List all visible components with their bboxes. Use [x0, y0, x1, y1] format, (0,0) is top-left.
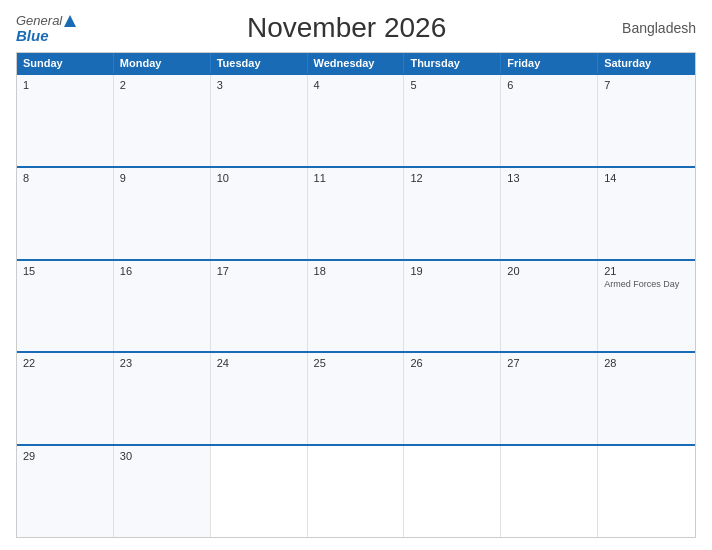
day-cell-2-3: 18 [308, 261, 405, 352]
day-cell-1-2: 10 [211, 168, 308, 259]
day-cell-3-0: 22 [17, 353, 114, 444]
day-cell-2-2: 17 [211, 261, 308, 352]
day-number: 4 [314, 79, 398, 91]
day-number: 24 [217, 357, 301, 369]
week-row-2: 891011121314 [17, 166, 695, 259]
day-number: 28 [604, 357, 689, 369]
day-number: 21 [604, 265, 689, 277]
logo-general-text: General [16, 14, 62, 27]
day-number: 11 [314, 172, 398, 184]
logo-triangle-icon [63, 14, 77, 28]
day-cell-3-6: 28 [598, 353, 695, 444]
day-number: 27 [507, 357, 591, 369]
day-header-wednesday: Wednesday [308, 53, 405, 73]
day-cell-2-1: 16 [114, 261, 211, 352]
day-number: 23 [120, 357, 204, 369]
day-cell-1-1: 9 [114, 168, 211, 259]
holiday-label: Armed Forces Day [604, 279, 689, 290]
logo: General Blue [16, 14, 77, 43]
day-cell-0-2: 3 [211, 75, 308, 166]
day-number: 6 [507, 79, 591, 91]
day-cell-1-0: 8 [17, 168, 114, 259]
day-number: 20 [507, 265, 591, 277]
week-row-4: 22232425262728 [17, 351, 695, 444]
day-number: 8 [23, 172, 107, 184]
day-number: 9 [120, 172, 204, 184]
day-cell-3-4: 26 [404, 353, 501, 444]
day-cell-0-4: 5 [404, 75, 501, 166]
day-number: 3 [217, 79, 301, 91]
day-header-tuesday: Tuesday [211, 53, 308, 73]
day-number: 16 [120, 265, 204, 277]
day-cell-2-6: 21Armed Forces Day [598, 261, 695, 352]
day-cell-4-6 [598, 446, 695, 537]
day-cell-4-2 [211, 446, 308, 537]
day-cell-3-1: 23 [114, 353, 211, 444]
svg-marker-0 [64, 15, 76, 27]
page: General Blue November 2026 Bangladesh Su… [0, 0, 712, 550]
day-cell-4-4 [404, 446, 501, 537]
day-header-saturday: Saturday [598, 53, 695, 73]
day-cell-4-1: 30 [114, 446, 211, 537]
calendar-title: November 2026 [77, 12, 616, 44]
day-cell-0-6: 7 [598, 75, 695, 166]
day-cell-4-5 [501, 446, 598, 537]
header: General Blue November 2026 Bangladesh [16, 12, 696, 44]
week-row-3: 15161718192021Armed Forces Day [17, 259, 695, 352]
day-header-sunday: Sunday [17, 53, 114, 73]
day-number: 29 [23, 450, 107, 462]
day-header-thursday: Thursday [404, 53, 501, 73]
week-row-1: 1234567 [17, 73, 695, 166]
day-cell-0-5: 6 [501, 75, 598, 166]
day-number: 15 [23, 265, 107, 277]
day-number: 13 [507, 172, 591, 184]
day-number: 10 [217, 172, 301, 184]
day-number: 2 [120, 79, 204, 91]
day-cell-0-3: 4 [308, 75, 405, 166]
day-number: 14 [604, 172, 689, 184]
day-number: 26 [410, 357, 494, 369]
day-number: 18 [314, 265, 398, 277]
weeks: 123456789101112131415161718192021Armed F… [17, 73, 695, 537]
day-cell-3-2: 24 [211, 353, 308, 444]
country-label: Bangladesh [616, 20, 696, 36]
day-cell-2-0: 15 [17, 261, 114, 352]
day-number: 12 [410, 172, 494, 184]
day-number: 30 [120, 450, 204, 462]
day-number: 5 [410, 79, 494, 91]
day-number: 17 [217, 265, 301, 277]
day-cell-4-3 [308, 446, 405, 537]
day-cell-3-3: 25 [308, 353, 405, 444]
day-headers: Sunday Monday Tuesday Wednesday Thursday… [17, 53, 695, 73]
week-row-5: 2930 [17, 444, 695, 537]
day-header-friday: Friday [501, 53, 598, 73]
logo-blue-text: Blue [16, 28, 49, 43]
day-cell-1-4: 12 [404, 168, 501, 259]
day-cell-0-1: 2 [114, 75, 211, 166]
day-cell-1-3: 11 [308, 168, 405, 259]
day-cell-2-4: 19 [404, 261, 501, 352]
day-cell-0-0: 1 [17, 75, 114, 166]
logo-row: General [16, 14, 77, 28]
day-cell-2-5: 20 [501, 261, 598, 352]
day-cell-1-5: 13 [501, 168, 598, 259]
day-number: 22 [23, 357, 107, 369]
day-cell-4-0: 29 [17, 446, 114, 537]
day-number: 1 [23, 79, 107, 91]
day-cell-1-6: 14 [598, 168, 695, 259]
day-cell-3-5: 27 [501, 353, 598, 444]
day-number: 7 [604, 79, 689, 91]
day-number: 25 [314, 357, 398, 369]
day-number: 19 [410, 265, 494, 277]
calendar: Sunday Monday Tuesday Wednesday Thursday… [16, 52, 696, 538]
day-header-monday: Monday [114, 53, 211, 73]
